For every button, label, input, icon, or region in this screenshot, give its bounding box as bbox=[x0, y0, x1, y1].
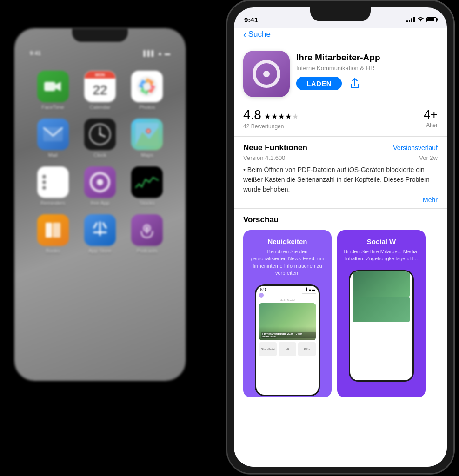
yourapp-icon bbox=[84, 166, 116, 198]
app-icon-books: Books bbox=[33, 214, 72, 254]
rating-stars: ★★★★★ bbox=[264, 112, 299, 121]
mini-greeting: Hallo Marie! bbox=[256, 298, 319, 302]
app-icon-clock: Clock bbox=[80, 119, 119, 158]
calendar-icon: MON 22 bbox=[84, 71, 116, 102]
app-icon-photos: Photos bbox=[128, 71, 166, 110]
photos-icon bbox=[131, 71, 163, 102]
app-icon-stocks: Stocks bbox=[128, 166, 166, 206]
background-phone: 9:41 ▌▌▌ ▲ ▬ FaceTime MON 22 Ca bbox=[14, 28, 186, 381]
app-icon-calendar: MON 22 Calendar bbox=[80, 71, 119, 110]
yourapp-target-ring bbox=[90, 172, 110, 192]
icon-grid: FaceTime MON 22 Calendar bbox=[24, 57, 176, 258]
preview-card-1-header: Neuigkeiten Benutzen Sie den personalisi… bbox=[243, 230, 332, 282]
battery-icon bbox=[426, 17, 437, 22]
nf-version: Version 4.1.600 bbox=[243, 154, 285, 161]
bg-signal-icon: ▌▌▌ bbox=[144, 50, 156, 57]
preview-card-neuigkeiten: Neuigkeiten Benutzen Sie den personalisi… bbox=[243, 230, 332, 397]
app-icon-mail: Mail bbox=[33, 119, 72, 158]
podcasts-icon bbox=[131, 214, 163, 246]
mini-post-image bbox=[353, 297, 410, 322]
stocks-label: Stocks bbox=[140, 200, 155, 206]
reminders-label: Reminders bbox=[40, 200, 65, 206]
bg-wifi-icon: ▲ bbox=[157, 50, 163, 57]
facetime-label: FaceTime bbox=[41, 105, 64, 110]
rating-count: 42 Bewertungen bbox=[243, 123, 299, 130]
mini-content-1: Firmenwanderung 2020 - Jetzt anmelden! S… bbox=[256, 302, 319, 357]
mehr-link[interactable]: Mehr bbox=[243, 196, 438, 204]
battery-fill bbox=[427, 18, 434, 21]
clock-icon bbox=[84, 119, 116, 150]
app-info: Ihre Mitarbeiter-App Interne Kommunikati… bbox=[296, 51, 438, 91]
nf-title: Neue Funktionen bbox=[243, 143, 307, 152]
app-icon-target-ring bbox=[253, 60, 280, 88]
rating-section: 4.8 ★★★★★ 42 Bewertungen 4+ Alter bbox=[234, 104, 447, 137]
app-icon-yourapp: Ihre App bbox=[80, 166, 119, 206]
preview-card-2-label: Social W bbox=[344, 238, 419, 245]
mini-icons-1: ▌▲▬ bbox=[306, 288, 315, 291]
app-icon-reminders: Reminders bbox=[33, 166, 72, 206]
svg-point-11 bbox=[147, 130, 149, 132]
preview-cards: Neuigkeiten Benutzen Sie den personalisi… bbox=[243, 230, 438, 397]
laden-button[interactable]: LADEN bbox=[296, 77, 342, 90]
nav-back-button[interactable]: ‹ Suche bbox=[243, 30, 438, 39]
app-icon-maps: Maps bbox=[128, 119, 166, 158]
signal-bar-2 bbox=[409, 20, 410, 22]
preview-card-1-desc: Benutzen Sie den personalisierten News-F… bbox=[250, 248, 325, 277]
mini-icon-hr: HR bbox=[279, 342, 296, 356]
mini-top-icons bbox=[256, 292, 319, 298]
signal-bar-4 bbox=[413, 17, 415, 22]
calendar-label: Calendar bbox=[90, 105, 111, 110]
rating-right: 4+ Alter bbox=[424, 107, 438, 128]
signal-bar-3 bbox=[411, 18, 412, 22]
mini-hero-image: Firmenwanderung 2020 - Jetzt anmelden! bbox=[259, 303, 316, 340]
preview-mini-phone-1: 9:41 ▌▲▬ Hallo Marie! bbox=[255, 284, 320, 396]
app-subtitle: Interne Kommunikation & HR bbox=[296, 65, 438, 72]
bg-phone-notch bbox=[72, 29, 128, 42]
reminders-icon bbox=[37, 166, 69, 198]
yourapp-label: Ihre App bbox=[91, 200, 110, 206]
versionsverlauf-link[interactable]: Versionsverlauf bbox=[393, 144, 438, 152]
nf-body: • Beim Öffnen von PDF-Dateien auf iOS-Ge… bbox=[243, 165, 438, 194]
books-label: Books bbox=[46, 248, 60, 254]
neue-funktionen-section: Neue Funktionen Versionsverlauf Version … bbox=[234, 137, 447, 209]
share-button[interactable] bbox=[347, 76, 362, 91]
mini-top-icon-left bbox=[259, 293, 264, 298]
preview-card-social: Social W Binden Sie Ihre Mitarbe... Medi… bbox=[337, 230, 426, 397]
bg-battery-icon: ▬ bbox=[165, 50, 170, 57]
mini-menu-icon bbox=[302, 293, 316, 294]
preview-mini-screen-1: 9:41 ▌▲▬ Hallo Marie! bbox=[256, 286, 319, 395]
app-header: Ihre Mitarbeiter-App Interne Kommunikati… bbox=[234, 44, 447, 104]
nav-back-label: Suche bbox=[248, 30, 271, 39]
clock-label: Clock bbox=[93, 152, 106, 158]
svg-point-7 bbox=[99, 133, 101, 135]
home-screen: 9:41 ▌▌▌ ▲ ▬ FaceTime MON 22 Ca bbox=[24, 47, 176, 352]
app-icon-appstore: App Store bbox=[80, 214, 119, 254]
svg-line-17 bbox=[103, 223, 106, 228]
rating-left: 4.8 ★★★★★ 42 Bewertungen bbox=[243, 107, 299, 130]
nf-meta: Version 4.1.600 Vor 2w bbox=[243, 154, 438, 161]
svg-point-19 bbox=[146, 227, 148, 230]
mini-icon-kpis: KPIs bbox=[298, 342, 316, 356]
photos-label: Photos bbox=[139, 105, 155, 110]
signal-bars bbox=[406, 17, 415, 22]
nf-header: Neue Funktionen Versionsverlauf bbox=[243, 143, 438, 152]
svg-rect-12 bbox=[46, 223, 52, 238]
podcasts-label: Podcasts bbox=[137, 248, 158, 254]
bg-status-time: 9:41 bbox=[30, 50, 41, 57]
age-label: Alter bbox=[424, 122, 438, 128]
appstore-icon bbox=[84, 214, 116, 246]
status-icons bbox=[406, 16, 437, 23]
wifi-icon bbox=[417, 16, 424, 23]
books-icon bbox=[37, 214, 69, 246]
svg-marker-1 bbox=[55, 82, 61, 91]
appstore-content: ‹ Suche Ihre Mitarbeiter-App Interne Kom… bbox=[234, 28, 447, 467]
maps-label: Maps bbox=[141, 152, 153, 158]
status-time: 9:41 bbox=[244, 16, 258, 24]
mini-icons-row: SharePoint HR KPIs bbox=[259, 342, 316, 356]
mini-icon-sharepoint: SharePoint bbox=[259, 342, 277, 356]
mail-icon bbox=[37, 119, 69, 150]
age-badge: 4+ bbox=[424, 107, 438, 122]
svg-rect-13 bbox=[53, 223, 60, 238]
facetime-icon bbox=[37, 71, 69, 102]
maps-icon bbox=[131, 119, 163, 150]
